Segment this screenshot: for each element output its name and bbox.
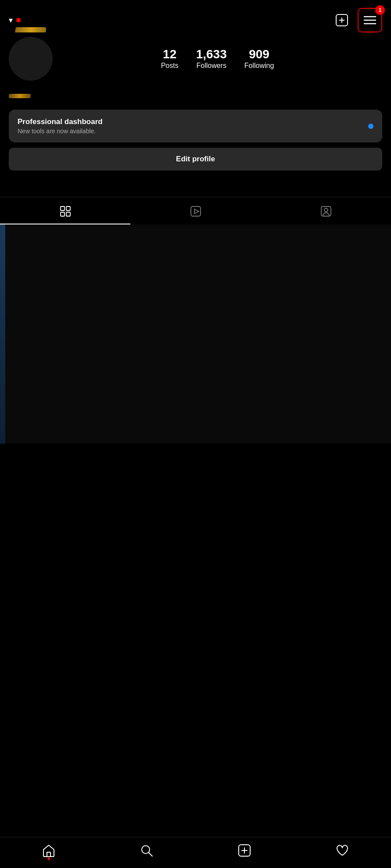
create-post-button[interactable]: [333, 11, 351, 29]
home-icon: [42, 843, 56, 857]
menu-button[interactable]: 1: [358, 8, 382, 32]
pro-dashboard-text: Professional dashboard New tools are now…: [18, 117, 103, 135]
posts-count: 12: [163, 48, 176, 61]
avatar[interactable]: [9, 37, 53, 81]
second-decoration-row: [9, 89, 382, 103]
profile-section: 12 Posts 1,633 Followers 909 Following P…: [0, 37, 391, 179]
nav-add[interactable]: [237, 843, 251, 857]
svg-point-13: [324, 208, 328, 212]
top-navigation: ▾ 1: [0, 0, 391, 37]
heart-icon: [335, 843, 349, 857]
activity-dot: [16, 18, 21, 22]
followers-count: 1,633: [196, 48, 227, 61]
second-hat-shape: [9, 94, 31, 98]
svg-rect-8: [61, 212, 65, 216]
username-dropdown[interactable]: ▾: [9, 15, 21, 25]
grid-icon: [59, 205, 72, 217]
grid-post-item[interactable]: [0, 224, 391, 444]
followers-label: Followers: [196, 62, 226, 70]
search-icon: [140, 843, 154, 857]
edit-profile-button[interactable]: Edit profile: [9, 148, 382, 171]
hat-shape: [15, 27, 47, 32]
bottom-navigation: [0, 837, 391, 868]
svg-rect-9: [66, 212, 70, 216]
home-red-dot: [47, 857, 50, 860]
svg-rect-6: [61, 206, 65, 210]
add-icon: [237, 843, 251, 857]
pro-dashboard-title: Professional dashboard: [18, 117, 103, 126]
followers-stat[interactable]: 1,633 Followers: [196, 48, 227, 70]
tagged-icon: [320, 205, 332, 217]
post-color-strip: [0, 224, 5, 444]
nav-search[interactable]: [140, 843, 154, 857]
chevron-down-icon: ▾: [9, 15, 13, 25]
hamburger-icon: [363, 15, 377, 25]
nav-actions: 1: [333, 8, 382, 32]
tab-tagged[interactable]: [261, 197, 391, 224]
following-label: Following: [244, 62, 274, 70]
content-grid-area: [0, 224, 391, 444]
plus-square-icon: [335, 13, 349, 27]
posts-label: Posts: [161, 62, 179, 70]
reels-icon: [190, 205, 202, 217]
nav-activity[interactable]: [335, 843, 349, 857]
pro-dashboard-subtitle: New tools are now available.: [18, 128, 103, 135]
stats-row: 12 Posts 1,633 Followers 909 Following: [53, 48, 382, 70]
professional-dashboard-card[interactable]: Professional dashboard New tools are now…: [9, 110, 382, 142]
blue-notification-dot: [368, 124, 373, 129]
following-stat[interactable]: 909 Following: [244, 48, 274, 70]
posts-stat[interactable]: 12 Posts: [161, 48, 179, 70]
avatar-area: [9, 37, 53, 81]
svg-line-15: [149, 853, 152, 856]
tab-reels[interactable]: [130, 197, 261, 224]
hat-decoration: [15, 27, 46, 36]
nav-home[interactable]: [42, 843, 56, 857]
svg-marker-11: [194, 209, 199, 213]
profile-top-row: 12 Posts 1,633 Followers 909 Following: [9, 37, 382, 81]
notification-badge: 1: [375, 5, 385, 15]
content-tabs: [0, 197, 391, 224]
svg-rect-7: [66, 206, 70, 210]
tab-grid[interactable]: [0, 197, 130, 224]
following-count: 909: [249, 48, 269, 61]
